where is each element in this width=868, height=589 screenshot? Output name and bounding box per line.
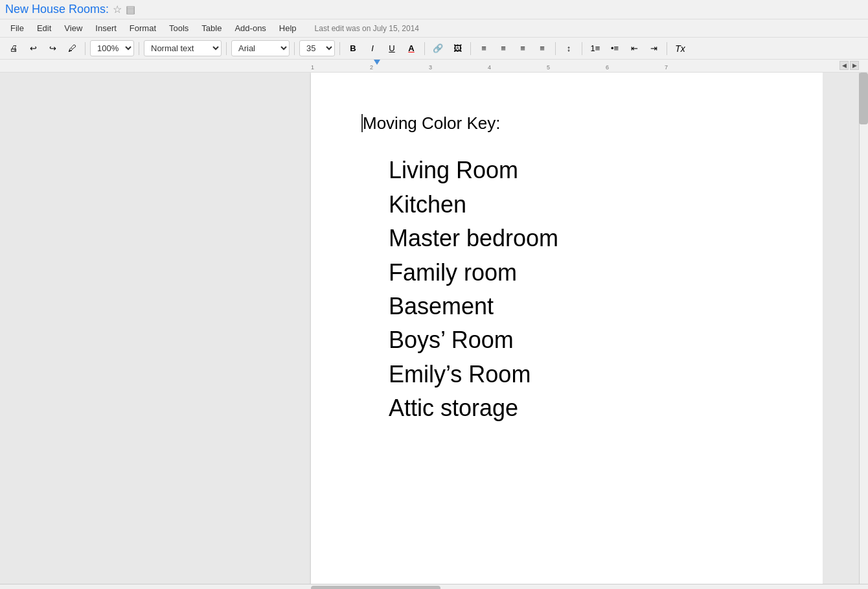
star-icon[interactable]: ☆	[113, 3, 122, 16]
folder-icon[interactable]: ▤	[126, 3, 135, 16]
ruler-indent-marker[interactable]	[374, 60, 380, 65]
menu-view[interactable]: View	[59, 21, 87, 36]
right-margin	[823, 73, 868, 584]
menu-format[interactable]: Format	[124, 21, 161, 36]
separator-3	[226, 42, 227, 55]
bold-button[interactable]: B	[345, 41, 361, 56]
ruler-mark-1: 1	[311, 64, 314, 71]
separator-5	[339, 42, 340, 55]
last-edit-info: Last edit was on July 15, 2014	[315, 24, 419, 33]
ordered-list-button[interactable]: 1≡	[587, 41, 604, 56]
horizontal-scrollbar-thumb[interactable]	[311, 586, 440, 589]
horizontal-scrollbar	[0, 584, 868, 589]
zoom-select[interactable]: 100% 75% 150%	[90, 40, 134, 56]
separator-6	[424, 42, 425, 55]
separator-4	[294, 42, 295, 55]
unordered-list-button[interactable]: •≡	[606, 41, 623, 56]
align-center-button[interactable]: ≡	[495, 41, 512, 56]
separator-1	[85, 42, 86, 55]
vertical-scrollbar-thumb[interactable]	[859, 73, 868, 124]
main-area: Moving Color Key: Living Room Kitchen Ma…	[0, 73, 868, 584]
menu-bar: File Edit View Insert Format Tools Table…	[0, 19, 868, 38]
ruler-mark-4: 4	[488, 64, 491, 71]
clear-formatting-button[interactable]: Tx	[672, 41, 689, 56]
menu-file[interactable]: File	[5, 21, 29, 36]
room-item-4: Basement	[389, 290, 771, 323]
vertical-scrollbar-track	[859, 73, 868, 584]
font-select[interactable]: Arial Times New Roman	[231, 40, 290, 56]
scroll-left-arrow[interactable]: ◀	[839, 61, 849, 70]
insert-image-button[interactable]: 🖼	[449, 41, 466, 56]
increase-indent-button[interactable]: ⇥	[645, 41, 662, 56]
separator-2	[139, 42, 139, 55]
document-title[interactable]: New House Rooms:	[5, 3, 109, 16]
ruler-mark-5: 5	[547, 64, 550, 71]
menu-help[interactable]: Help	[274, 21, 302, 36]
paint-format-button[interactable]: 🖊	[63, 41, 80, 56]
document-heading: Moving Color Key:	[363, 111, 771, 135]
menu-tools[interactable]: Tools	[164, 21, 194, 36]
font-size-select[interactable]: 35 12 14 18	[299, 40, 335, 56]
justify-button[interactable]: ≡	[534, 41, 551, 56]
separator-7	[470, 42, 471, 55]
ruler-mark-2: 2	[370, 64, 373, 71]
room-item-1: Kitchen	[389, 189, 771, 221]
ruler-content: 1 2 3 4 5 6 7	[311, 60, 829, 72]
title-bar: New House Rooms: ☆ ▤	[0, 0, 868, 19]
room-item-3: Family room	[389, 257, 771, 289]
redo-button[interactable]: ↪	[44, 41, 61, 56]
link-button[interactable]: 🔗	[429, 41, 446, 56]
room-item-6: Emily’s Room	[389, 358, 771, 391]
separator-9	[582, 42, 582, 55]
ruler-mark-6: 6	[606, 64, 609, 71]
underline-button[interactable]: U	[383, 41, 400, 56]
document-page[interactable]: Moving Color Key: Living Room Kitchen Ma…	[311, 73, 823, 584]
menu-edit[interactable]: Edit	[32, 21, 56, 36]
room-item-0: Living Room	[389, 154, 771, 187]
scroll-right-arrow[interactable]: ▶	[850, 61, 859, 70]
ruler-scroll-arrows: ◀ ▶	[839, 61, 859, 70]
print-button[interactable]: 🖨	[5, 41, 22, 56]
undo-button[interactable]: ↩	[25, 41, 41, 56]
text-style-select[interactable]: Normal text Heading 1 Heading 2	[144, 40, 222, 56]
room-item-2: Master bedroom	[389, 222, 771, 255]
room-item-5: Boys’ Room	[389, 324, 771, 356]
ruler-mark-3: 3	[429, 64, 432, 71]
menu-insert[interactable]: Insert	[90, 21, 122, 36]
left-margin	[0, 73, 311, 584]
italic-button[interactable]: I	[364, 41, 381, 56]
line-spacing-button[interactable]: ↕	[560, 41, 577, 56]
ruler: 1 2 3 4 5 6 7 ◀ ▶	[0, 60, 868, 73]
separator-10	[667, 42, 667, 55]
align-left-button[interactable]: ≡	[475, 41, 492, 56]
decrease-indent-button[interactable]: ⇤	[626, 41, 643, 56]
ruler-mark-7: 7	[665, 64, 668, 71]
align-right-button[interactable]: ≡	[514, 41, 531, 56]
room-item-7: Attic storage	[389, 392, 771, 424]
menu-addons[interactable]: Add-ons	[229, 21, 271, 36]
menu-table[interactable]: Table	[196, 21, 227, 36]
room-list: Living Room Kitchen Master bedroom Famil…	[389, 154, 771, 424]
text-color-button[interactable]: A	[403, 41, 420, 56]
toolbar: 🖨 ↩ ↪ 🖊 100% 75% 150% Normal text Headin…	[0, 38, 868, 60]
separator-8	[555, 42, 556, 55]
